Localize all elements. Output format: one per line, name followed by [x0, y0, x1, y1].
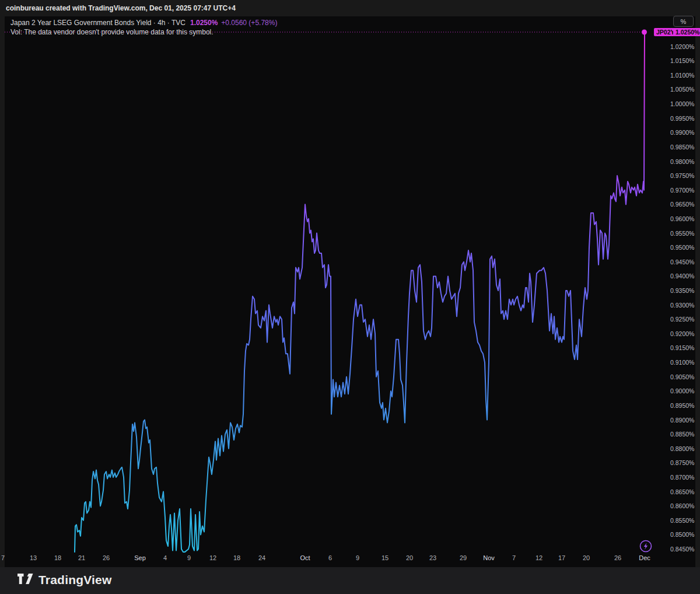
price-tick-label: 0.9450%	[670, 258, 700, 266]
time-tick-day: 12	[536, 554, 542, 562]
yield-line-series	[75, 32, 645, 552]
price-tick-label: 0.9650%	[670, 200, 700, 208]
price-tick-label: 0.9400%	[670, 272, 700, 280]
price-tick-label: 0.8650%	[670, 488, 700, 496]
price-tick-label: 0.9250%	[670, 315, 700, 323]
symbol-title[interactable]: Japan 2 Year LSEG Government Bonds Yield…	[10, 19, 186, 27]
time-tick-day: 29	[460, 554, 467, 562]
price-tick-label: 0.9800%	[670, 158, 700, 166]
price-tick-label: 0.9100%	[670, 358, 700, 366]
time-tick-day: 15	[382, 554, 388, 562]
price-tick-label: 0.9700%	[670, 186, 700, 194]
price-tick-label: 0.9350%	[670, 286, 700, 295]
price-tick-label: 0.8700%	[670, 473, 700, 481]
price-tick-label: 1.0100%	[670, 71, 700, 79]
time-tick-day: 20	[583, 554, 590, 562]
time-tick-day: 20	[406, 554, 413, 562]
price-tick-label: 0.8750%	[670, 459, 700, 467]
price-tick-label: 0.8550%	[670, 516, 700, 525]
price-tick-label: 0.9600%	[670, 215, 700, 223]
chart-pane[interactable]: Japan 2 Year LSEG Government Bonds Yield…	[5, 16, 695, 567]
time-tick-month: Dec	[639, 554, 650, 562]
price-tick-label: 0.8450%	[670, 545, 700, 553]
time-tick-month: Nov	[483, 554, 495, 562]
price-tick-label: 0.9550%	[670, 229, 700, 237]
volume-note: Vol: The data vendor doesn't provide vol…	[10, 28, 277, 36]
time-tick-day: 18	[233, 554, 240, 562]
price-scale-unit-button[interactable]: %	[673, 16, 694, 27]
attribution-bar: coinbureau created with TradingView.com,…	[0, 0, 700, 16]
footer-bar: TradingView	[0, 567, 700, 594]
price-tick-label: 0.8500%	[670, 530, 700, 539]
price-tick-label: 0.9950%	[670, 114, 700, 123]
time-tick-month: Oct	[300, 554, 310, 562]
price-tick-label: 0.8900%	[670, 416, 700, 424]
price-tick-label: 1.0200%	[670, 43, 700, 51]
attribution-text: coinbureau created with TradingView.com,…	[6, 4, 236, 12]
time-tick-day: 7	[1, 554, 5, 562]
price-tick-label: 0.9850%	[670, 143, 700, 151]
price-tick-label: 0.9050%	[670, 373, 700, 381]
legend-change: +0.0560 (+5.78%)	[221, 19, 277, 27]
time-tick-day: 23	[429, 554, 436, 562]
tradingview-logo[interactable]: TradingView	[18, 573, 112, 587]
time-tick-day: 6	[328, 554, 332, 562]
price-tick-label: 1.0050%	[670, 85, 700, 93]
time-tick-day: 7	[512, 554, 516, 562]
time-tick-day: 12	[209, 554, 216, 562]
time-tick-day: 21	[78, 554, 85, 562]
legend-last-price: 1.0250%	[190, 19, 218, 27]
last-price-dot	[642, 30, 647, 35]
yield-line-chart	[5, 16, 695, 567]
tradingview-logo-text: TradingView	[38, 573, 112, 587]
time-tick-day: 17	[558, 554, 565, 562]
price-tick-label: 0.8850%	[670, 430, 700, 438]
price-tick-label: 0.9750%	[670, 172, 700, 180]
current-price-badge: 1.0250%	[673, 28, 700, 36]
time-tick-day: 26	[614, 554, 621, 562]
lightning-icon[interactable]	[639, 539, 653, 553]
time-tick-day: 4	[163, 554, 167, 562]
price-tick-label: 0.8950%	[670, 401, 700, 410]
time-tick-day: 26	[103, 554, 110, 562]
chart-legend[interactable]: Japan 2 Year LSEG Government Bonds Yield…	[10, 19, 277, 36]
price-tick-label: 1.0000%	[670, 100, 700, 108]
time-tick-day: 18	[54, 554, 61, 562]
price-tick-label: 0.9200%	[670, 330, 700, 338]
time-tick-month: Sep	[134, 554, 146, 562]
time-tick-day: 24	[258, 554, 265, 562]
price-tick-label: 1.0150%	[670, 57, 700, 65]
price-tick-label: 0.9900%	[670, 128, 700, 137]
price-tick-label: 0.9300%	[670, 301, 700, 309]
price-tick-label: 0.8600%	[670, 502, 700, 510]
time-tick-day: 9	[187, 554, 191, 562]
price-tick-label: 0.9000%	[670, 387, 700, 395]
price-tick-label: 0.9150%	[670, 344, 700, 352]
tradingview-logo-icon	[18, 574, 33, 586]
time-tick-day: 13	[30, 554, 37, 562]
time-tick-day: 9	[356, 554, 359, 562]
price-tick-label: 0.8800%	[670, 445, 700, 453]
price-tick-label: 0.9500%	[670, 243, 700, 251]
